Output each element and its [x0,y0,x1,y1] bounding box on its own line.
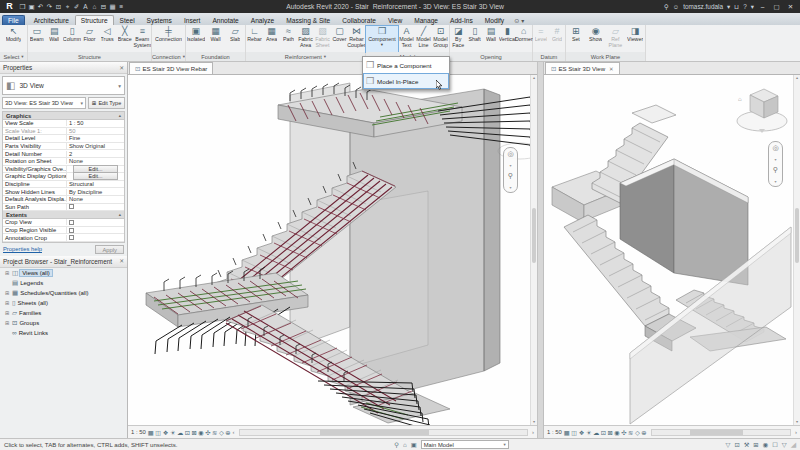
shadows-icon[interactable]: ☀ [170,429,176,436]
exclude-options-icon[interactable]: ▽ [726,441,731,448]
save-icon[interactable]: ▣ [27,3,36,11]
floor-button[interactable]: ▱Floor [81,26,99,52]
scale-button[interactable]: 1 : 50 [131,429,146,435]
scroll-right-icon[interactable]: › [532,429,534,435]
edit-type-button[interactable]: ⊞Edit Type [88,97,125,109]
tab-manage[interactable]: Manage [408,15,444,25]
design-options-icon[interactable]: ▣ [411,441,417,448]
scale-button[interactable]: 1 : 50 [547,429,562,435]
tag-icon[interactable]: ✐ [72,3,81,11]
slab-button[interactable]: ▱Slab [225,26,245,52]
beam-system-button[interactable]: ≡Beam System [133,26,151,52]
crop-region-icon[interactable]: ⊠ [608,429,613,436]
qat-customize-icon[interactable]: ≡ [117,3,126,10]
component-button[interactable]: ❒Component▾ [366,26,398,52]
fabric-area-button[interactable]: ▨Fabric Area [297,26,314,52]
section-graphics[interactable]: Graphics▴ [3,112,124,120]
apply-button[interactable]: Apply [95,245,124,254]
zoom-icon[interactable]: ⚲ [773,166,778,174]
analytical-model-icon[interactable]: ◇ [219,429,224,436]
render-icon[interactable]: ☁ [177,429,183,436]
property-value[interactable]: Show Original [67,143,124,149]
area-button[interactable]: ▦Area [263,26,280,52]
crop-view-icon[interactable]: ⊡ [185,429,190,436]
expand-icon[interactable]: ⊞ [4,270,10,276]
redo-icon[interactable]: ↷ [45,3,54,11]
detail-level-icon[interactable]: ▦ [564,429,570,436]
isolated-button[interactable]: ▣Isolated [186,26,206,52]
tab-annotate[interactable]: Annotate [206,15,244,25]
detail-level-icon[interactable]: ▦ [148,429,154,436]
tab-collaborate[interactable]: Collaborate [336,15,382,25]
tab-massing-site[interactable]: Massing & Site [280,15,336,25]
viewer-button[interactable]: ◨Viewer [625,26,645,52]
browser-item-revit-links[interactable]: ∞Revit Links [0,328,127,338]
temporary-hide-icon[interactable]: ✣ [621,429,626,436]
by-face-button[interactable]: ◪By Face [450,26,466,52]
connection-button[interactable]: ╪Connection [152,26,185,52]
reveal-hidden-icon[interactable]: ≋ [628,429,633,436]
panel-label-select[interactable]: Select▾ [0,52,27,61]
tab-addins[interactable]: Add-Ins [444,15,479,25]
properties-help-link[interactable]: Properties help [3,246,42,252]
constraints-icon[interactable]: ⊕ [225,429,230,436]
property-value[interactable]: Structural [67,181,124,187]
section-icon[interactable]: ⊟ [99,3,108,11]
tab-analyze[interactable]: Analyze [245,15,280,25]
minimize-button[interactable]: – [757,3,768,10]
scrollbar-thumb[interactable] [320,430,429,435]
property-value[interactable]: 1 : 50 [67,120,124,126]
tab-modify[interactable]: Modify [479,15,510,25]
caret-down-icon[interactable]: ▾ [509,163,511,168]
user-caret-icon[interactable]: ▾ [727,3,730,11]
horizontal-scrollbar[interactable] [239,429,528,436]
property-value[interactable]: Fine [67,135,124,141]
caret-down-icon[interactable]: ▾ [774,157,776,162]
ribbon-display-toggle[interactable]: ⊙▾ [514,17,524,25]
show-button[interactable]: ◉Show [586,26,606,52]
cover-button[interactable]: ▢Cover [331,26,348,52]
menu-item-place-a-component[interactable]: ❒ Place a Component [363,57,449,73]
set-button[interactable]: ⊞Set [566,26,586,52]
property-value[interactable]: None [67,158,124,164]
type-selector[interactable]: ◧3D View▾ [2,76,125,95]
wall-opening-button[interactable]: ▤Wall [483,26,499,52]
scrollbar-thumb[interactable] [795,208,799,263]
annotation-crop-checkbox[interactable] [69,235,74,240]
panel-label-connection[interactable]: Connection▾ [152,52,185,61]
print-icon[interactable]: ⊡ [54,3,63,11]
vertical-scrollbar[interactable]: ▴▾ [793,75,800,425]
tab-systems[interactable]: Systems [141,15,178,25]
model-line-button[interactable]: ╱Model Line [415,26,432,52]
edit-in-place-icon[interactable]: ⊡ [734,441,739,448]
help-icon[interactable]: ? [743,3,747,10]
open-icon[interactable]: ❒ [18,3,27,11]
property-value[interactable]: None [67,196,124,202]
close-button[interactable]: ✕ [785,3,796,11]
visual-style-icon[interactable]: ◫ [155,429,161,436]
select-by-face-icon[interactable]: ☐ [772,441,778,448]
steering-wheel-icon[interactable]: ◎ [772,144,778,152]
property-value[interactable]: 2 [67,151,124,157]
scrollbar-thumb[interactable] [532,208,536,263]
default-3d-view-icon[interactable]: ⌂ [90,3,99,10]
beam-button[interactable]: ▭Beam [28,26,46,52]
vertical-opening-button[interactable]: ▮Vertical [499,26,515,52]
browser-item-legends[interactable]: ▤Legends [0,278,127,288]
tab-view[interactable]: View [382,15,408,25]
model-canvas-plain[interactable]: ⌂ ◎▾⚲▾ [544,75,793,425]
property-value[interactable]: By Discipline [67,189,124,195]
zoom-icon[interactable]: ⚲ [508,172,513,180]
rebar-coupler-button[interactable]: ⋈Rebar Coupler [348,26,365,52]
browser-item-families[interactable]: ⊞▱Families [0,308,127,318]
tab-file[interactable]: File [2,15,25,25]
thin-lines-icon[interactable]: ▦ [108,3,117,11]
visual-style-icon[interactable]: ◫ [571,429,577,436]
panel-label-reinforcement[interactable]: Reinforcement▾ [246,52,365,61]
navigation-bar[interactable]: ◎▾⚲▾ [503,147,518,193]
tab-structure[interactable]: Structure [75,15,114,25]
browser-item-sheets[interactable]: ⊞▯Sheets (all) [0,298,127,308]
crop-view-checkbox[interactable] [69,220,74,225]
truss-button[interactable]: ◁Truss [98,26,116,52]
username[interactable]: tomasz.fudala [683,3,723,10]
